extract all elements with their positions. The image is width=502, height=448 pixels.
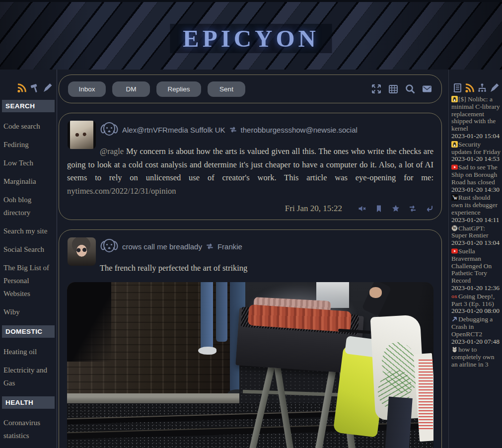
lwn-favicon <box>451 96 458 102</box>
svg-text:W: W <box>454 196 458 201</box>
post-content: @ragle My concern is about how the arts … <box>67 145 433 198</box>
news-link[interactable]: Going Deep!, Part 3 (Ep. 116) <box>451 293 495 307</box>
avatar[interactable] <box>68 121 96 149</box>
news-link[interactable]: Rust should own its debugger experience <box>451 194 498 216</box>
sidebar-link-marginalia[interactable]: Marginalia <box>2 172 55 191</box>
news-item: Debugging a Crash in OpenRCT2 2023-01-20… <box>451 316 501 345</box>
external-arrow-favicon <box>451 316 458 322</box>
sidebar-section-search: SEARCH <box>2 100 55 112</box>
avatar[interactable] <box>68 237 96 266</box>
post: Alex@rtnVFRmedia Suffolk UK therobburges… <box>59 113 442 220</box>
youtube-favicon <box>451 164 458 170</box>
svg-text:W: W <box>452 226 456 230</box>
sidebar-link-fediring[interactable]: Fediring <box>2 136 55 154</box>
newswire-icon-row <box>451 70 501 96</box>
photo-person-legs <box>216 282 228 342</box>
tab-inbox[interactable]: Inbox <box>68 81 106 97</box>
post-header: crows call me breadlady Frankie <box>100 237 433 256</box>
tab-replies[interactable]: Replies <box>156 81 201 97</box>
sidebar-link-big-list[interactable]: The Big List of Personal Websites <box>2 259 55 303</box>
news-item: WChatGPT: Super Rentier 2023-01-20 13:04 <box>451 225 501 247</box>
photo-dark-corner <box>67 282 111 362</box>
post-header: Alex@rtnVFRmedia Suffolk UK therobburges… <box>100 120 433 139</box>
svg-text:GS: GS <box>451 294 457 299</box>
news-date: 2023-01-20 14:53 <box>451 155 501 163</box>
sidebar-link-heating-oil[interactable]: Heating oil <box>2 343 55 361</box>
sidebar-section-health: HEALTH <box>2 396 55 409</box>
news-item: Suella Braverman Challenged On Pathetic … <box>451 248 501 292</box>
calendar-icon[interactable] <box>388 83 399 94</box>
timeline-header: Inbox DM Replies Sent <box>59 75 442 103</box>
site-title: EPICYON <box>170 24 332 53</box>
reply-icon[interactable] <box>426 205 433 213</box>
news-item: YWRust should own its debugger experienc… <box>451 194 501 224</box>
wordpress-favicon: W <box>451 225 458 231</box>
gs-favicon: GS <box>451 293 458 299</box>
sidebar-link-ooh-blog-directory[interactable]: Ooh blog directory <box>2 191 55 222</box>
boost-indicator-icon <box>229 126 237 133</box>
rss-feed-icon[interactable] <box>17 83 27 93</box>
tab-dm[interactable]: DM <box>112 81 150 97</box>
mention-link[interactable]: @ragle <box>100 147 124 156</box>
sidebar-icon-row <box>2 70 55 96</box>
mail-icon[interactable] <box>422 83 432 94</box>
edit-links-icon[interactable] <box>43 83 53 93</box>
post-image-attachment[interactable] <box>67 282 433 448</box>
tab-sent[interactable]: Sent <box>208 81 245 97</box>
expand-fullscreen-icon[interactable] <box>371 83 382 94</box>
news-date: 2023-01-20 07:48 <box>451 338 501 346</box>
news-date: 2023-01-20 08:00 <box>451 307 501 315</box>
post-timestamp: Fri Jan 20, 15:22 <box>285 204 342 214</box>
news-date: 2023-01-20 12:36 <box>451 285 501 292</box>
news-date: 2023-01-20 15:04 <box>451 133 501 140</box>
photo-hand <box>369 287 382 298</box>
news-date: 2023-01-20 14:11 <box>451 217 501 224</box>
news-date: 2023-01-20 13:04 <box>451 239 501 247</box>
news-link[interactable]: Security updates for Friday <box>451 141 501 155</box>
blog-w-favicon: YW <box>451 194 458 201</box>
news-date: 2023-01-20 14:30 <box>451 186 501 194</box>
rss-feed-icon[interactable] <box>465 83 475 93</box>
news-item: Sad to see The Ship on Borough Road has … <box>451 164 501 193</box>
edit-newswire-icon[interactable] <box>490 83 500 93</box>
post-author-handle[interactable]: crows call me breadlady <box>122 242 202 251</box>
photo-person-legs <box>201 282 213 350</box>
news-item: GSGoing Deep!, Part 3 (Ep. 116) 2023-01-… <box>451 293 501 315</box>
bookmark-icon[interactable] <box>375 205 383 213</box>
critter-favicon <box>451 346 458 353</box>
sidebar-link-code-search[interactable]: Code search <box>2 117 55 136</box>
post-boosted-handle[interactable]: Frankie <box>217 242 242 251</box>
post-content: The french really perfected the art of s… <box>67 262 433 275</box>
sidebar-link-coronavirus-statistics[interactable]: Coronavirus statistics <box>2 414 55 445</box>
person-dog-icon <box>100 238 119 255</box>
boost-icon[interactable] <box>409 205 417 213</box>
news-link[interactable]: Sad to see The Ship on Borough Road has … <box>451 163 498 186</box>
hammer-icon[interactable] <box>30 83 40 93</box>
sidebar-link-low-tech[interactable]: Low Tech <box>2 154 55 172</box>
newswire-column: [$] Nolibc: a minimal C-library replacem… <box>448 70 502 448</box>
search-icon[interactable] <box>405 83 416 94</box>
post-text: The french really perfected the art of s… <box>100 263 247 273</box>
sidebar-link-search-my-site[interactable]: Search my site <box>2 222 55 240</box>
post: crows call me breadlady Frankie The fren… <box>59 229 442 448</box>
boost-indicator-icon <box>206 243 214 250</box>
sidebar-link-social-search[interactable]: Social Search <box>2 240 55 259</box>
article-link[interactable]: nytimes.com/2022/12/31/opinion <box>67 186 176 196</box>
sidebar-link-electricity-gas[interactable]: Electricity and Gas <box>2 361 55 392</box>
post-footer: Fri Jan 20, 15:22 <box>67 204 433 214</box>
youtube-favicon <box>451 248 458 254</box>
photo-sign-text <box>419 360 432 431</box>
news-item: Security updates for Friday 2023-01-20 1… <box>451 141 501 163</box>
categories-sitemap-icon[interactable] <box>477 83 487 93</box>
banner-image[interactable]: EPICYON <box>0 0 502 70</box>
like-star-icon[interactable] <box>392 205 400 213</box>
post-author-handle[interactable]: Alex@rtnVFRmedia Suffolk UK <box>122 126 225 134</box>
links-sidebar: SEARCH Code search Fediring Low Tech Mar… <box>0 70 57 448</box>
news-link[interactable]: [$] Nolibc: a minimal C-library replacem… <box>451 95 500 132</box>
newswire-list-icon[interactable] <box>452 83 462 93</box>
mute-icon[interactable] <box>358 205 366 213</box>
sidebar-link-wiby[interactable]: Wiby <box>2 303 55 321</box>
lwn-favicon <box>451 141 458 148</box>
post-boosted-handle[interactable]: therobburgessshow@newsie.social <box>241 126 358 134</box>
timeline-column: Inbox DM Replies Sent <box>59 70 442 448</box>
